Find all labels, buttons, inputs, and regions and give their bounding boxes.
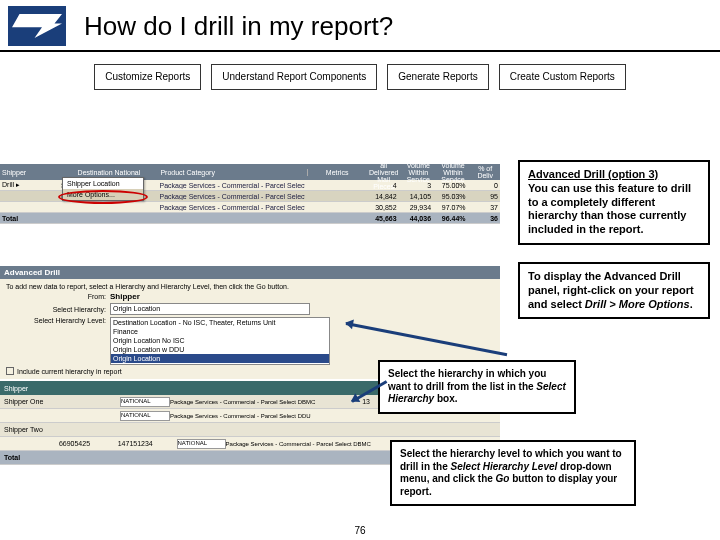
highlight-circle bbox=[58, 190, 148, 204]
select-hierarchy-label: Select Hierarchy: bbox=[6, 306, 106, 313]
nav-row: Customize Reports Understand Report Comp… bbox=[0, 52, 720, 100]
slide-title: How do I drill in my report? bbox=[84, 11, 393, 42]
col-shipper: Shipper bbox=[0, 169, 59, 176]
nav-understand[interactable]: Understand Report Components bbox=[211, 64, 377, 90]
list-item[interactable]: Origin Location w DDU bbox=[111, 345, 329, 354]
usps-logo bbox=[8, 6, 66, 46]
nav-custom[interactable]: Create Custom Reports bbox=[499, 64, 626, 90]
table-row-total: Total 45,663 44,036 96.44% 36 bbox=[0, 213, 500, 224]
callout-advanced-drill: Advanced Drill (option 3) You can use th… bbox=[518, 160, 710, 245]
list-item[interactable]: Origin Location No ISC bbox=[111, 336, 329, 345]
table-row: Package Services - Commercial - Parcel S… bbox=[0, 202, 500, 213]
callout-display-panel: To display the Advanced Drill panel, rig… bbox=[518, 262, 710, 319]
col-volw: Volume Within Service bbox=[436, 162, 471, 183]
nav-generate[interactable]: Generate Reports bbox=[387, 64, 489, 90]
list-item[interactable]: Finance bbox=[111, 327, 329, 336]
hierarchy-listbox[interactable]: Destination Location - No ISC, Theater, … bbox=[110, 317, 330, 365]
nav-customize[interactable]: Customize Reports bbox=[94, 64, 201, 90]
panel-title: Advanced Drill bbox=[0, 266, 500, 279]
checkbox-icon bbox=[6, 367, 14, 375]
table-row: Shipper Two bbox=[0, 423, 500, 437]
col-dest: Destination National bbox=[59, 169, 158, 176]
callout-select-hierarchy: Select the hierarchy in which you want t… bbox=[378, 360, 576, 414]
slide-header: How do I drill in my report? bbox=[0, 0, 720, 52]
list-item[interactable]: Destination Location - No ISC, Theater, … bbox=[111, 318, 329, 327]
panel-instruction: To add new data to report, select a Hier… bbox=[6, 283, 494, 290]
menu-item[interactable]: Shipper Location bbox=[63, 178, 143, 189]
callout-select-level: Select the hierarchy level to which you … bbox=[390, 440, 636, 506]
page-number: 76 bbox=[354, 525, 365, 536]
drill-label[interactable]: Drill bbox=[2, 181, 14, 188]
col-vol: Volume Within Service bbox=[401, 162, 436, 183]
from-value: Shipper bbox=[110, 292, 140, 301]
select-level-label: Select Hierarchy Level: bbox=[6, 317, 106, 324]
list-item-selected[interactable]: Origin Location bbox=[111, 354, 329, 363]
col-metrics: Metrics bbox=[307, 169, 366, 176]
from-label: From: bbox=[6, 293, 106, 300]
col-prod: Product Category bbox=[158, 169, 307, 176]
select-hierarchy-dropdown[interactable]: Origin Location bbox=[110, 303, 310, 315]
col-pct: % of Deliv bbox=[470, 165, 500, 179]
